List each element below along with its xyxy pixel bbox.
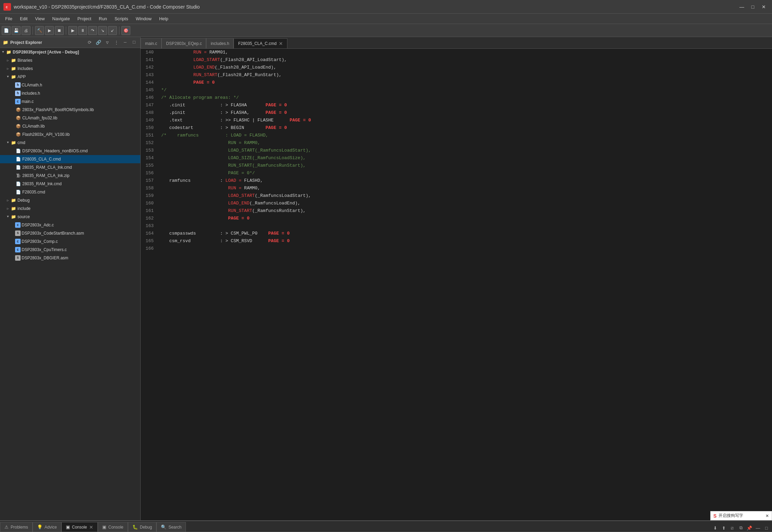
tree-item-0[interactable]: ▼📁DSP28035project [Active - Debug]: [0, 48, 140, 56]
tree-item-11[interactable]: ▼📁cmd: [0, 139, 140, 147]
code-line-148: 148 .pinit : > FLASHA, PAGE = 0: [141, 109, 772, 117]
code-line-157: 157 ramfuncs : LOAD = FLASHD,: [141, 177, 772, 185]
tree-item-1[interactable]: ▷📁Binaries: [0, 56, 140, 64]
pe-filter-icon[interactable]: ▽: [104, 39, 111, 46]
bottom-tab-5[interactable]: 🔍Search: [156, 522, 186, 532]
tree-item-13[interactable]: 📄F28035_CLA_C.cmd: [0, 155, 140, 163]
tree-item-18[interactable]: ▷📁Debug: [0, 196, 140, 204]
tree-item-10[interactable]: 📦Flash2803x_API_V100.lib: [0, 130, 140, 139]
tree-item-24[interactable]: cDSP2803x_CpuTimers.c: [0, 246, 140, 254]
toolbar-print[interactable]: 🖨: [22, 26, 31, 35]
tree-item-17[interactable]: 📄F28035.cmd: [0, 188, 140, 196]
tree-item-2[interactable]: ▷📁Includes: [0, 64, 140, 73]
bottom-tab-1[interactable]: 💡Advice: [33, 522, 61, 532]
pe-maximize-icon[interactable]: □: [131, 39, 138, 46]
pe-menu-icon[interactable]: ⋮: [113, 39, 120, 46]
tree-item-8[interactable]: 📦CLAmath_fpu32.lib: [0, 114, 140, 122]
menu-item-navigate[interactable]: Navigate: [49, 14, 73, 23]
console-pin[interactable]: 📌: [746, 524, 753, 532]
tree-item-20[interactable]: ▼📁source: [0, 213, 140, 221]
editor-tab-2[interactable]: includes.h: [206, 38, 234, 48]
toolbar-stepinto[interactable]: ↘: [98, 26, 107, 35]
bottom-tab-0[interactable]: ⚠Problems: [0, 522, 33, 532]
code-line-150: 150 codestart : > BEGIN PAGE = 0: [141, 124, 772, 132]
menu-item-scripts[interactable]: Scripts: [111, 14, 132, 23]
toolbar-target[interactable]: 🎯: [121, 26, 130, 35]
line-content-146: /* Allocate program areas: */: [158, 94, 772, 102]
tree-item-15[interactable]: 🗜28035_RAM_CLA_lnk.zip: [0, 172, 140, 180]
menu-item-project[interactable]: Project: [74, 14, 95, 23]
tree-item-21[interactable]: cDSP2803x_Adc.c: [0, 221, 140, 229]
editor-tab-1[interactable]: DSP2803x_EQep.c: [162, 38, 206, 48]
editor-tab-0[interactable]: main.c: [141, 38, 162, 48]
tree-icon-folder-3: 📁: [10, 74, 16, 80]
tree-item-12[interactable]: 📄DSP2803x_Headers_nonBIOS.cmd: [0, 147, 140, 155]
tree-label-10: Flash2803x_API_V100.lib: [22, 132, 70, 137]
menu-item-file[interactable]: File: [2, 14, 16, 23]
tree-item-16[interactable]: 📄28035_RAM_lnk.cmd: [0, 180, 140, 188]
code-line-163: 163: [141, 222, 772, 230]
toolbar-build[interactable]: 🔨: [35, 26, 44, 35]
code-line-152: 152 RUN = RAMM0,: [141, 139, 772, 147]
line-content-162: PAGE = 0: [158, 215, 772, 222]
toolbar-stepreturn[interactable]: ↙: [108, 26, 117, 35]
tree-item-25[interactable]: SDSP2803x_DBGIER.asm: [0, 254, 140, 262]
tree-label-0: DSP28035project [Active - Debug]: [13, 50, 79, 55]
tab-label-0: main.c: [145, 41, 157, 46]
tree-icon-asm-25: S: [15, 255, 21, 261]
menu-item-window[interactable]: Window: [132, 14, 155, 23]
menu-item-help[interactable]: Help: [156, 14, 172, 23]
code-line-164: 164 csmpasswds : > CSM_PWL_P0 PAGE = 0: [141, 230, 772, 237]
line-content-144: PAGE = 0: [158, 79, 772, 86]
close-button[interactable]: ✕: [759, 3, 769, 11]
tree-item-7[interactable]: 📦2803x_FlashAPI_BootROMSymbols.lib: [0, 106, 140, 114]
toolbar-stop[interactable]: ⏹: [55, 26, 64, 35]
pe-link-icon[interactable]: 🔗: [95, 39, 102, 46]
menu-item-view[interactable]: View: [32, 14, 48, 23]
console-copy[interactable]: ⧉: [737, 524, 745, 532]
bottom-tab-2[interactable]: ▣Console✕: [61, 522, 98, 532]
bottom-tab-close-2[interactable]: ✕: [89, 524, 93, 530]
toolbar-stepover[interactable]: ↷: [88, 26, 97, 35]
tree-item-23[interactable]: cDSP2803x_Comp.c: [0, 237, 140, 246]
tree-label-8: CLAmath_fpu32.lib: [22, 116, 57, 120]
tree-item-14[interactable]: 📄28035_RAM_CLA_lnk.cmd: [0, 163, 140, 172]
sougou-close-icon[interactable]: ✕: [765, 513, 769, 518]
pe-collapse-icon[interactable]: ⟳: [86, 39, 93, 46]
bottom-tab-icon-5: 🔍: [161, 524, 166, 530]
tree-icon-c-23: c: [15, 239, 21, 244]
tree-icon-lib-8: 📦: [15, 115, 21, 121]
console-minimize[interactable]: —: [754, 524, 762, 532]
bottom-tab-3[interactable]: ▣Console: [98, 522, 128, 532]
toolbar-debug[interactable]: ▶: [45, 26, 54, 35]
pe-minimize-icon[interactable]: —: [122, 39, 129, 46]
tree-item-4[interactable]: hCLAmath.h: [0, 81, 140, 89]
editor-tab-3[interactable]: F28035_CLA_C.cmd✕: [234, 38, 287, 49]
toolbar-save[interactable]: 💾: [12, 26, 21, 35]
project-explorer-header: 📁 Project Explorer ⟳ 🔗 ▽ ⋮ — □: [0, 37, 140, 48]
tab-close-3[interactable]: ✕: [279, 41, 283, 46]
console-clear[interactable]: ⎚: [728, 524, 736, 532]
line-number-144: 144: [141, 79, 158, 86]
minimize-button[interactable]: —: [737, 3, 747, 11]
line-number-153: 153: [141, 147, 158, 154]
menu-item-run[interactable]: Run: [95, 14, 110, 23]
tree-item-3[interactable]: ▼📁APP: [0, 73, 140, 81]
toolbar-suspend[interactable]: ⏸: [78, 26, 87, 35]
maximize-button[interactable]: □: [748, 3, 758, 11]
console-maximize[interactable]: □: [763, 524, 770, 532]
tree-item-9[interactable]: 📦CLAmath.lib: [0, 122, 140, 130]
tree-item-22[interactable]: SDSP2803x_CodeStartBranch.asm: [0, 229, 140, 237]
bottom-tab-4[interactable]: 🐛Debug: [128, 522, 156, 532]
tree-item-19[interactable]: ▷📁include: [0, 204, 140, 213]
toolbar-resume[interactable]: ▶: [68, 26, 77, 35]
code-editor[interactable]: 140 RUN = RAMM01,141 LOAD_START(_Flash28…: [141, 49, 772, 520]
console-scroll-down[interactable]: ⬇: [711, 524, 719, 532]
menu-item-edit[interactable]: Edit: [16, 14, 31, 23]
toolbar-sep-3: [119, 26, 119, 35]
window-title: workspace_v10 - DSP28035project/cmd/F280…: [14, 4, 737, 10]
toolbar-new[interactable]: 📄: [2, 26, 11, 35]
console-scroll-up[interactable]: ⬆: [720, 524, 727, 532]
tree-item-6[interactable]: cmain.c: [0, 97, 140, 106]
tree-item-5[interactable]: hincludes.h: [0, 89, 140, 97]
